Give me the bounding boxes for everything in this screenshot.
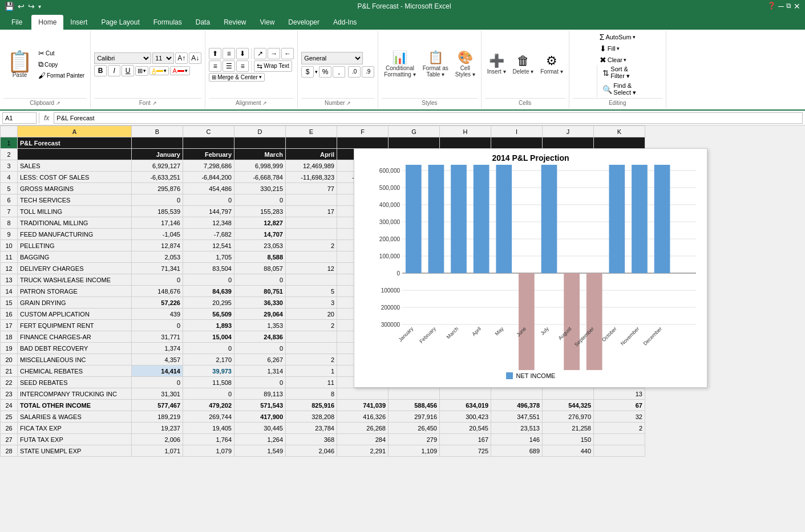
grid-cell[interactable]: 330,215 — [234, 183, 286, 194]
grid-cell[interactable]: 12,348 — [183, 217, 234, 229]
grid-cell[interactable]: 20,295 — [183, 297, 234, 308]
grid-cell[interactable] — [18, 149, 132, 160]
grid-cell[interactable]: -6,668,784 — [234, 172, 286, 183]
grid-cell[interactable]: 20 — [286, 308, 337, 320]
grid-cell[interactable]: GRAIN DRYING — [18, 297, 132, 308]
grid-cell[interactable]: 440 — [543, 445, 594, 457]
grid-cell[interactable]: 571,543 — [234, 400, 286, 411]
grid-cell[interactable]: 20,545 — [440, 423, 491, 434]
borders-button[interactable]: ⊞▾ — [135, 66, 148, 76]
cut-button[interactable]: ✂Cut — [37, 48, 86, 58]
grid-cell[interactable]: 57,226 — [132, 297, 183, 308]
grid-cell[interactable]: PELLETING — [18, 240, 132, 251]
grid-cell[interactable]: 2,170 — [183, 354, 234, 366]
grid-cell[interactable]: 189,219 — [132, 411, 183, 423]
tab-home[interactable]: Home — [31, 15, 63, 30]
cell-styles-button[interactable]: 🎨 CellStyles ▾ — [453, 47, 478, 82]
grid-cell[interactable]: 88,057 — [234, 263, 286, 274]
grid-cell[interactable] — [337, 137, 389, 149]
grid-cell[interactable]: 725 — [440, 445, 491, 457]
outdent-button[interactable]: ← — [281, 48, 294, 59]
grid-cell[interactable] — [286, 137, 337, 149]
grid-cell[interactable] — [234, 137, 286, 149]
grid-cell[interactable]: 284 — [337, 434, 389, 445]
align-middle-button[interactable]: ≡ — [223, 48, 235, 59]
grid-cell[interactable]: SALES — [18, 160, 132, 172]
decrease-font-button[interactable]: A↓ — [189, 52, 201, 64]
formula-input[interactable] — [54, 112, 803, 124]
chart-container[interactable]: 2014 P&L Projection NET INCOME — [354, 148, 707, 388]
grid-cell[interactable]: 36,330 — [234, 297, 286, 308]
grid-cell[interactable]: 26,450 — [389, 423, 440, 434]
grid-cell[interactable]: 0 — [183, 388, 234, 400]
grid-cell[interactable]: 1 — [286, 366, 337, 377]
grid-cell[interactable]: 2 — [286, 320, 337, 331]
minimize-icon[interactable]: ─ — [778, 2, 784, 11]
grid-cell[interactable]: DELIVERY CHARGES — [18, 263, 132, 274]
find-select-button[interactable]: 🔍 Find &Select ▾ — [601, 82, 638, 97]
align-center-button[interactable]: ☰ — [223, 60, 235, 72]
number-format-select[interactable]: General Number Currency Percentage — [301, 52, 363, 64]
grid-cell[interactable]: 8 — [286, 388, 337, 400]
grid-cell[interactable]: SALARIES & WAGES — [18, 411, 132, 423]
grid-cell[interactable]: BAD DEBT RECOVERY — [18, 343, 132, 354]
tab-formulas[interactable]: Formulas — [147, 15, 189, 30]
font-name-select[interactable]: Calibri — [94, 52, 151, 64]
grid-cell[interactable] — [389, 388, 440, 400]
grid-cell[interactable] — [543, 388, 594, 400]
orientation-button[interactable]: ↗ — [254, 48, 266, 59]
col-header-b[interactable]: B — [132, 126, 183, 137]
grid-cell[interactable]: 17,146 — [132, 217, 183, 229]
grid-cell[interactable]: 167 — [440, 434, 491, 445]
grid-cell[interactable] — [132, 137, 183, 149]
tab-review[interactable]: Review — [217, 15, 253, 30]
grid-cell[interactable]: 2,006 — [132, 434, 183, 445]
grid-cell[interactable]: 31,771 — [132, 331, 183, 343]
grid-cell[interactable]: TRUCK WASH/LEASE INCOME — [18, 274, 132, 286]
grid-cell[interactable]: 0 — [234, 377, 286, 388]
decrease-decimal-button[interactable]: .9 — [362, 66, 374, 78]
grid-cell[interactable]: 14,414 — [132, 366, 183, 377]
grid-cell[interactable]: 2 — [286, 354, 337, 366]
merge-center-button[interactable]: ⊞Merge & Center▾ — [209, 73, 265, 82]
col-header-d[interactable]: D — [234, 126, 286, 137]
tab-insert[interactable]: Insert — [63, 15, 94, 30]
grid-cell[interactable] — [491, 388, 543, 400]
grid-cell[interactable]: 12 — [286, 263, 337, 274]
grid-cell[interactable] — [491, 137, 543, 149]
fill-color-button[interactable]: A ▾ — [149, 66, 169, 75]
grid-cell[interactable]: 12,469,989 — [286, 160, 337, 172]
grid-cell[interactable]: 21,258 — [543, 423, 594, 434]
sort-filter-button[interactable]: ⇅ Sort &Filter ▾ — [601, 65, 638, 80]
grid-cell[interactable] — [594, 445, 645, 457]
help-icon[interactable]: ❓ — [767, 2, 776, 11]
grid-cell[interactable]: 6,929,127 — [132, 160, 183, 172]
paste-button[interactable]: 📋 — [7, 51, 33, 72]
grid-cell[interactable]: BAGGING — [18, 251, 132, 263]
grid-cell[interactable]: 67 — [594, 400, 645, 411]
grid-cell[interactable]: 496,378 — [491, 400, 543, 411]
grid-cell[interactable]: 17 — [286, 206, 337, 217]
col-header-f[interactable]: F — [337, 126, 389, 137]
wrap-text-button[interactable]: ⇆Wrap Text — [254, 60, 292, 72]
grid-cell[interactable]: FEED MANUFACTURING — [18, 229, 132, 240]
grid-cell[interactable]: SEED REBATES — [18, 377, 132, 388]
grid-cell[interactable]: 479,202 — [183, 400, 234, 411]
indent-button[interactable]: → — [268, 48, 280, 59]
grid-cell[interactable]: -11,698,323 — [286, 172, 337, 183]
grid-cell[interactable]: 439 — [132, 308, 183, 320]
grid-cell[interactable]: 12,827 — [234, 217, 286, 229]
grid-cell[interactable]: 32 — [594, 411, 645, 423]
fill-button[interactable]: ⬇ Fill ▾ — [598, 43, 637, 54]
autosum-button[interactable]: Σ AutoSum ▾ — [598, 32, 637, 42]
grid-cell[interactable]: 185,539 — [132, 206, 183, 217]
col-header-g[interactable]: G — [389, 126, 440, 137]
col-header-c[interactable]: C — [183, 126, 234, 137]
increase-font-button[interactable]: A↑ — [175, 52, 188, 64]
grid-cell[interactable] — [286, 274, 337, 286]
grid-cell[interactable]: TOLL MILLING — [18, 206, 132, 217]
currency-button[interactable]: $ — [301, 66, 314, 78]
restore-icon[interactable]: ⧉ — [786, 2, 791, 11]
grid-cell[interactable]: 544,325 — [543, 400, 594, 411]
grid-cell[interactable]: 56,509 — [183, 308, 234, 320]
